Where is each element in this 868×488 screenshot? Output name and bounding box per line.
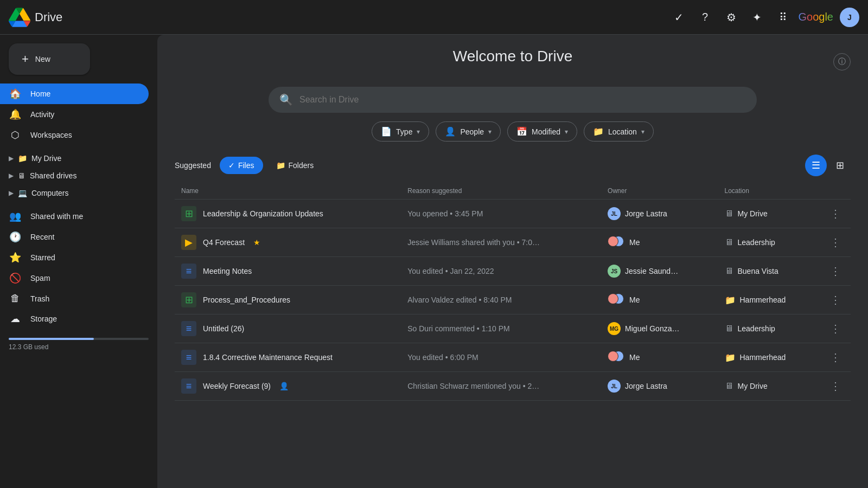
logo-text: Drive	[35, 10, 62, 24]
sidebar-item-shared-drives-label: Shared drives	[30, 171, 76, 180]
table-row[interactable]: ≡ Meeting Notes You edited • Jan 22, 202…	[175, 257, 851, 286]
spam-icon: 🚫	[9, 272, 22, 284]
file-name-cell: ≡ Weekly Forecast (9) 👤	[175, 372, 401, 401]
actions-cell: ⋮	[820, 286, 851, 314]
reason-cell: You edited • Jan 22, 2022	[401, 257, 601, 286]
sidebar-item-spam[interactable]: 🚫 Spam	[0, 268, 149, 288]
file-type-icon: ≡	[181, 264, 196, 279]
type-filter-button[interactable]: 📄 Type ▾	[372, 121, 429, 142]
modified-filter-button[interactable]: 📅 Modified ▾	[507, 121, 577, 142]
workspaces-icon: ⬡	[9, 129, 22, 141]
owner-cell: MG Miguel Gonza…	[601, 314, 718, 343]
sidebar-item-shared-drives[interactable]: ▶ 🖥 Shared drives	[0, 167, 149, 184]
file-name: Leadership & Organization Updates	[203, 209, 323, 218]
starred-badge: ★	[253, 238, 260, 247]
owner-avatar-pair	[608, 351, 625, 364]
apps-button[interactable]: ⠿	[773, 7, 794, 28]
sidebar-item-workspaces[interactable]: ⬡ Workspaces	[0, 125, 149, 145]
owner-name: Me	[629, 238, 640, 247]
owner-name: Jorge Lastra	[625, 209, 667, 218]
table-row[interactable]: ⊞ Process_and_Procedures Alvaro Valdez e…	[175, 286, 851, 314]
files-tab-label: Files	[238, 161, 254, 170]
people-filter-button[interactable]: 👤 People ▾	[436, 121, 501, 142]
sidebar-item-starred[interactable]: ⭐ Starred	[0, 247, 149, 268]
file-type-icon: ⊞	[181, 206, 196, 221]
sidebar-item-computers-label: Computers	[31, 189, 68, 197]
info-button[interactable]: ⓘ	[833, 53, 851, 70]
actions-cell: ⋮	[820, 343, 851, 372]
sidebar-item-home-label: Home	[30, 89, 50, 98]
location-name: Buena Vista	[738, 267, 778, 275]
files-table-body: ⊞ Leadership & Organization Updates You …	[175, 200, 851, 401]
file-name: Weekly Forecast (9)	[203, 382, 271, 390]
location-cell: 🖥 Leadership	[718, 228, 821, 257]
more-options-button[interactable]: ⋮	[827, 377, 844, 395]
sidebar-item-recent[interactable]: 🕐 Recent	[0, 227, 149, 247]
sidebar-item-my-drive[interactable]: ▶ 📁 My Drive	[0, 150, 149, 167]
location-name: Hammerhead	[740, 353, 786, 362]
file-type-icon: ≡	[181, 378, 196, 394]
check-circle-button[interactable]: ✓	[668, 7, 690, 28]
sidebar-item-recent-label: Recent	[30, 233, 54, 241]
location-filter-button[interactable]: 📁 Location ▾	[584, 121, 654, 142]
location-icon: 🖥	[725, 381, 733, 391]
user-avatar[interactable]: J	[840, 8, 859, 27]
more-options-button[interactable]: ⋮	[827, 291, 844, 309]
sidebar-item-trash[interactable]: 🗑 Trash	[0, 288, 149, 309]
check-circle-icon: ✓	[674, 11, 684, 24]
sidebar-item-spam-label: Spam	[30, 274, 50, 282]
title-row: Welcome to Drive ⓘ	[175, 48, 851, 76]
table-row[interactable]: ▶ Q4 Forecast ★Jessie Williams shared wi…	[175, 228, 851, 257]
search-bar-container: 🔍	[269, 87, 757, 113]
help-button[interactable]: ?	[694, 7, 716, 28]
more-options-button[interactable]: ⋮	[827, 349, 844, 366]
more-options-button[interactable]: ⋮	[827, 262, 844, 280]
plus-icon: +	[22, 52, 29, 66]
search-input[interactable]	[299, 95, 746, 105]
shared-with-me-icon: 👥	[9, 210, 22, 222]
table-row[interactable]: ≡ 1.8.4 Corrective Maintenance Request Y…	[175, 343, 851, 372]
filter-row: 📄 Type ▾ 👤 People ▾ 📅 Modified ▾ 📁 Locat…	[175, 121, 851, 142]
file-name: 1.8.4 Corrective Maintenance Request	[203, 353, 333, 362]
table-row[interactable]: ≡ Weekly Forecast (9) 👤Christian Schwarz…	[175, 372, 851, 401]
table-row[interactable]: ⊞ Leadership & Organization Updates You …	[175, 200, 851, 228]
modified-filter-icon: 📅	[516, 126, 527, 137]
location-cell: 🖥 My Drive	[718, 372, 821, 401]
google-logo-text: Google	[799, 11, 834, 23]
more-options-button[interactable]: ⋮	[827, 234, 844, 251]
owner-name: Me	[629, 353, 640, 362]
file-name: Q4 Forecast	[203, 238, 245, 247]
apps-grid-icon: ⠿	[779, 11, 787, 24]
owner-cell: JL Jorge Lastra	[601, 372, 718, 401]
table-header: Name Reason suggested Owner Location	[175, 183, 851, 200]
owner-cell: JL Jorge Lastra	[601, 200, 718, 228]
more-options-button[interactable]: ⋮	[827, 320, 844, 337]
reason-cell: Jessie Williams shared with you • 7:0…	[401, 228, 601, 257]
folders-tab-label: Folders	[289, 161, 314, 170]
location-icon: 📁	[725, 295, 736, 305]
file-name: Process_and_Procedures	[203, 296, 290, 304]
new-button[interactable]: + New	[9, 43, 90, 75]
settings-button[interactable]: ⚙	[720, 7, 742, 28]
sidebar-item-trash-label: Trash	[30, 294, 49, 303]
grid-view-button[interactable]: ⊞	[829, 155, 851, 176]
sidebar-item-storage[interactable]: ☁ Storage	[0, 309, 149, 329]
gemini-button[interactable]: ✦	[746, 7, 768, 28]
folders-tab[interactable]: 📁 Folders	[267, 157, 323, 174]
files-tab[interactable]: ✓ Files	[220, 157, 263, 174]
file-name-cell: ⊞ Leadership & Organization Updates	[175, 200, 401, 228]
recent-icon: 🕐	[9, 231, 22, 243]
table-row[interactable]: ≡ Untitled (26) So Duri commented • 1:10…	[175, 314, 851, 343]
sidebar-item-computers[interactable]: ▶ 💻 Computers	[0, 184, 149, 202]
sidebar-item-home[interactable]: 🏠 Home	[0, 84, 149, 104]
sidebar-item-shared-with-me[interactable]: 👥 Shared with me	[0, 206, 149, 227]
people-chevron-icon: ▾	[488, 128, 492, 136]
suggested-label: Suggested	[175, 161, 211, 170]
search-bar[interactable]: 🔍	[269, 87, 757, 113]
sidebar-item-activity[interactable]: 🔔 Activity	[0, 104, 149, 125]
files-tabs: Suggested ✓ Files 📁 Folders	[175, 157, 322, 174]
view-toggle: ☰ ⊞	[805, 155, 851, 176]
more-options-button[interactable]: ⋮	[827, 205, 844, 222]
list-view-button[interactable]: ☰	[805, 155, 827, 176]
owner-name: Jessie Saund…	[625, 267, 678, 275]
